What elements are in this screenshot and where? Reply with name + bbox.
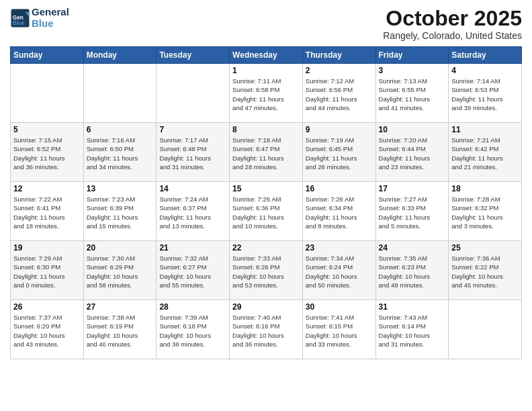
calendar-cell: 13Sunrise: 7:23 AM Sunset: 6:39 PM Dayli…: [83, 182, 157, 241]
day-info: Sunrise: 7:26 AM Sunset: 6:34 PM Dayligh…: [306, 195, 373, 230]
day-number: 9: [306, 125, 373, 134]
day-number: 18: [451, 184, 519, 193]
svg-text:Blue: Blue: [13, 19, 25, 26]
title-block: October 2025 Rangely, Colorado, United S…: [383, 7, 522, 41]
day-info: Sunrise: 7:35 AM Sunset: 6:23 PM Dayligh…: [379, 254, 446, 289]
day-info: Sunrise: 7:15 AM Sunset: 6:52 PM Dayligh…: [13, 136, 81, 171]
calendar-cell: 11Sunrise: 7:21 AM Sunset: 6:42 PM Dayli…: [449, 123, 522, 182]
day-number: 29: [232, 302, 300, 312]
day-number: 16: [306, 184, 373, 193]
day-number: 5: [13, 125, 81, 134]
calendar-cell: 3Sunrise: 7:13 AM Sunset: 6:55 PM Daylig…: [375, 64, 449, 123]
calendar-cell: 17Sunrise: 7:27 AM Sunset: 6:33 PM Dayli…: [375, 182, 449, 241]
calendar-cell: 23Sunrise: 7:34 AM Sunset: 6:24 PM Dayli…: [302, 241, 375, 300]
day-info: Sunrise: 7:23 AM Sunset: 6:39 PM Dayligh…: [87, 195, 154, 230]
calendar-cell: 2Sunrise: 7:12 AM Sunset: 6:56 PM Daylig…: [302, 64, 375, 123]
day-number: 3: [379, 66, 446, 75]
day-info: Sunrise: 7:18 AM Sunset: 6:47 PM Dayligh…: [232, 136, 300, 171]
calendar-cell: 30Sunrise: 7:41 AM Sunset: 6:15 PM Dayli…: [302, 300, 375, 359]
calendar-cell: 31Sunrise: 7:43 AM Sunset: 6:14 PM Dayli…: [375, 300, 449, 359]
day-info: Sunrise: 7:19 AM Sunset: 6:45 PM Dayligh…: [306, 136, 373, 171]
day-number: 24: [379, 243, 446, 253]
calendar-cell: 26Sunrise: 7:37 AM Sunset: 6:20 PM Dayli…: [11, 300, 84, 359]
day-number: 27: [87, 302, 154, 312]
day-info: Sunrise: 7:40 AM Sunset: 6:16 PM Dayligh…: [232, 313, 300, 349]
calendar-cell: 14Sunrise: 7:24 AM Sunset: 6:37 PM Dayli…: [157, 182, 230, 241]
day-number: 8: [232, 125, 300, 134]
day-info: Sunrise: 7:17 AM Sunset: 6:48 PM Dayligh…: [159, 136, 226, 171]
day-info: Sunrise: 7:36 AM Sunset: 6:22 PM Dayligh…: [451, 254, 519, 289]
calendar-cell: [83, 64, 157, 123]
day-header-thursday: Thursday: [302, 47, 375, 64]
calendar-cell: [449, 300, 522, 359]
day-info: Sunrise: 7:12 AM Sunset: 6:56 PM Dayligh…: [306, 77, 373, 112]
day-number: 13: [87, 184, 154, 193]
calendar-cell: 25Sunrise: 7:36 AM Sunset: 6:22 PM Dayli…: [449, 241, 522, 300]
day-number: 14: [159, 184, 226, 193]
calendar-week-5: 26Sunrise: 7:37 AM Sunset: 6:20 PM Dayli…: [11, 300, 522, 359]
calendar-cell: [157, 64, 230, 123]
calendar-cell: 18Sunrise: 7:28 AM Sunset: 6:32 PM Dayli…: [449, 182, 522, 241]
day-info: Sunrise: 7:34 AM Sunset: 6:24 PM Dayligh…: [306, 254, 373, 289]
header: Gen Blue General Blue October 2025 Range…: [10, 7, 522, 41]
location: Rangely, Colorado, United States: [383, 30, 522, 41]
calendar-week-4: 19Sunrise: 7:29 AM Sunset: 6:30 PM Dayli…: [11, 241, 522, 300]
day-info: Sunrise: 7:39 AM Sunset: 6:18 PM Dayligh…: [159, 313, 226, 349]
calendar-cell: 6Sunrise: 7:16 AM Sunset: 6:50 PM Daylig…: [83, 123, 157, 182]
logo-line2: Blue: [32, 18, 69, 30]
day-number: 7: [159, 125, 226, 134]
calendar-week-3: 12Sunrise: 7:22 AM Sunset: 6:41 PM Dayli…: [11, 182, 522, 241]
day-number: 6: [87, 125, 154, 134]
day-header-saturday: Saturday: [449, 47, 522, 64]
day-header-wednesday: Wednesday: [230, 47, 303, 64]
day-header-sunday: Sunday: [11, 47, 84, 64]
calendar-cell: 28Sunrise: 7:39 AM Sunset: 6:18 PM Dayli…: [157, 300, 230, 359]
day-header-monday: Monday: [83, 47, 157, 64]
calendar-cell: 5Sunrise: 7:15 AM Sunset: 6:52 PM Daylig…: [11, 123, 84, 182]
day-info: Sunrise: 7:27 AM Sunset: 6:33 PM Dayligh…: [379, 195, 446, 230]
day-number: 22: [232, 243, 300, 253]
page: Gen Blue General Blue October 2025 Range…: [0, 0, 532, 411]
day-number: 12: [13, 184, 81, 193]
day-number: 4: [451, 66, 519, 75]
day-info: Sunrise: 7:13 AM Sunset: 6:55 PM Dayligh…: [379, 77, 446, 112]
day-number: 26: [13, 302, 81, 312]
day-info: Sunrise: 7:33 AM Sunset: 6:26 PM Dayligh…: [232, 254, 300, 289]
calendar-cell: 21Sunrise: 7:32 AM Sunset: 6:27 PM Dayli…: [157, 241, 230, 300]
calendar-cell: 22Sunrise: 7:33 AM Sunset: 6:26 PM Dayli…: [230, 241, 303, 300]
logo: Gen Blue General Blue: [10, 7, 69, 29]
day-info: Sunrise: 7:20 AM Sunset: 6:44 PM Dayligh…: [379, 136, 446, 171]
day-number: 10: [379, 125, 446, 134]
calendar-cell: 7Sunrise: 7:17 AM Sunset: 6:48 PM Daylig…: [157, 123, 230, 182]
day-info: Sunrise: 7:30 AM Sunset: 6:29 PM Dayligh…: [87, 254, 154, 289]
day-info: Sunrise: 7:14 AM Sunset: 6:53 PM Dayligh…: [451, 77, 519, 112]
calendar-header-row: SundayMondayTuesdayWednesdayThursdayFrid…: [11, 47, 522, 64]
calendar-cell: 4Sunrise: 7:14 AM Sunset: 6:53 PM Daylig…: [449, 64, 522, 123]
calendar-cell: 16Sunrise: 7:26 AM Sunset: 6:34 PM Dayli…: [302, 182, 375, 241]
calendar-week-2: 5Sunrise: 7:15 AM Sunset: 6:52 PM Daylig…: [11, 123, 522, 182]
month-title: October 2025: [383, 7, 522, 30]
day-info: Sunrise: 7:32 AM Sunset: 6:27 PM Dayligh…: [159, 254, 226, 289]
day-number: 28: [159, 302, 226, 312]
logo-text: General Blue: [32, 7, 69, 29]
day-number: 30: [306, 302, 373, 312]
calendar-cell: 24Sunrise: 7:35 AM Sunset: 6:23 PM Dayli…: [375, 241, 449, 300]
calendar-cell: 1Sunrise: 7:11 AM Sunset: 6:58 PM Daylig…: [230, 64, 303, 123]
day-number: 23: [306, 243, 373, 253]
day-info: Sunrise: 7:16 AM Sunset: 6:50 PM Dayligh…: [87, 136, 154, 171]
calendar-table: SundayMondayTuesdayWednesdayThursdayFrid…: [10, 46, 522, 359]
logo-icon: Gen Blue: [10, 8, 30, 28]
calendar-cell: 29Sunrise: 7:40 AM Sunset: 6:16 PM Dayli…: [230, 300, 303, 359]
calendar-cell: 20Sunrise: 7:30 AM Sunset: 6:29 PM Dayli…: [83, 241, 157, 300]
day-info: Sunrise: 7:38 AM Sunset: 6:19 PM Dayligh…: [87, 313, 154, 349]
day-number: 19: [13, 243, 81, 253]
day-number: 15: [232, 184, 300, 193]
day-number: 17: [379, 184, 446, 193]
day-info: Sunrise: 7:21 AM Sunset: 6:42 PM Dayligh…: [451, 136, 519, 171]
day-number: 21: [159, 243, 226, 253]
day-info: Sunrise: 7:28 AM Sunset: 6:32 PM Dayligh…: [451, 195, 519, 230]
calendar-cell: 27Sunrise: 7:38 AM Sunset: 6:19 PM Dayli…: [83, 300, 157, 359]
calendar-cell: [11, 64, 84, 123]
day-number: 20: [87, 243, 154, 253]
day-number: 11: [451, 125, 519, 134]
